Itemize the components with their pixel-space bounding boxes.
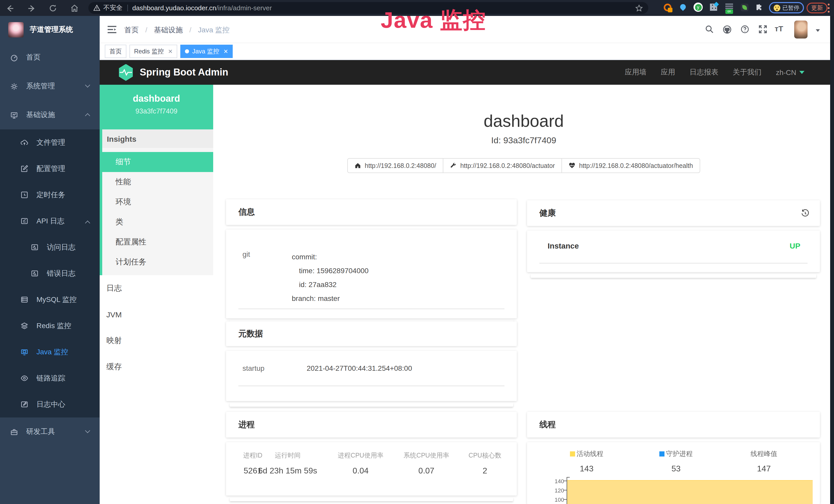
home-icon [354, 162, 361, 169]
extension-leaf-icon[interactable] [741, 4, 748, 11]
heartbeat-icon [569, 162, 575, 169]
screen: 不安全 dashboard.yudao.iocoder.cn/infra/adm… [0, 0, 834, 504]
sba-nav-journal[interactable]: 日志报表 [690, 68, 719, 77]
url-host: dashboard.yudao.iocoder.cn [132, 4, 216, 12]
tab-home[interactable]: 首页 [105, 45, 126, 58]
close-icon[interactable]: ✕ [223, 48, 228, 55]
search-icon[interactable] [705, 25, 714, 34]
sidebar-item-config[interactable]: 配置管理 [0, 156, 100, 182]
sidebar-item-api-log[interactable]: API 日志 [0, 208, 100, 234]
history-icon[interactable] [801, 209, 810, 217]
link-actuator[interactable]: http://192.168.0.2:48080/actuator [443, 158, 562, 173]
app-logo[interactable]: 芋道管理系统 [0, 16, 100, 43]
sba-nav-about[interactable]: 关于我们 [733, 68, 762, 77]
update-button[interactable]: 更新 [807, 3, 828, 13]
extension-colorpicker-icon[interactable] [664, 4, 672, 11]
update-label: 更新 [811, 4, 823, 12]
card-process-body: 进程ID5261 运行时间6d 23h 15m 59s 进程CPU使用率0.04… [226, 442, 517, 496]
sba-language-select[interactable]: zh-CN [776, 68, 805, 76]
link-health[interactable]: http://192.168.0.2:48080/actuator/health [562, 158, 700, 173]
sidebar-item-access-log[interactable]: 访问日志 [0, 234, 100, 260]
sidebar-item-job[interactable]: 定时任务 [0, 182, 100, 208]
sidebar-item-system[interactable]: 系统管理 [0, 72, 100, 101]
sidebar-item-mysql[interactable]: MySQL 监控 [0, 287, 100, 313]
health-row[interactable]: Instance UP [527, 231, 820, 260]
forward-icon[interactable] [26, 3, 37, 14]
breadcrumb-infra[interactable]: 基础设施 [154, 26, 183, 34]
cpu-cores: CPU核心数2 [468, 451, 501, 476]
extension-y-icon[interactable]: y [694, 3, 703, 12]
address-bar[interactable]: 不安全 dashboard.yudao.iocoder.cn/infra/adm… [88, 2, 648, 14]
breadcrumb-home[interactable]: 首页 [124, 26, 139, 34]
home-icon[interactable] [69, 3, 80, 14]
extension-pin-icon[interactable] [680, 4, 686, 10]
user-caret-icon[interactable] [816, 29, 820, 34]
sidebar-item-home[interactable]: 首页 [0, 43, 100, 72]
scrollbar[interactable] [830, 16, 834, 504]
reload-icon[interactable] [47, 3, 59, 14]
sba-menu-mappings[interactable]: 映射 [100, 328, 213, 354]
sba-nav-wall[interactable]: 应用墙 [625, 68, 646, 77]
tab-redis[interactable]: Redis 监控✕ [129, 45, 177, 58]
sba-nav-applications[interactable]: 应用 [661, 68, 675, 77]
card-process: 进程 进程ID5261 运行时间6d 23h 15m 59s 进程CPU使用率0… [226, 412, 517, 501]
card-shadow [229, 497, 513, 501]
gear-icon [10, 83, 18, 90]
back-icon[interactable] [4, 3, 16, 14]
font-size-icon[interactable]: тT [775, 24, 783, 33]
sba-menu-scheduled-tasks[interactable]: 计划任务 [102, 252, 213, 272]
url-path: /infra/admin-server [216, 4, 272, 12]
sba-menu-logs[interactable]: 日志 [100, 275, 213, 301]
github-icon[interactable] [722, 25, 732, 35]
sidebar-item-log-center[interactable]: 日志中心 [0, 391, 100, 417]
threads-daemon: 守护进程 53 [659, 449, 693, 474]
chevron-down-icon [85, 83, 90, 88]
extension-list-icon[interactable]: on [725, 4, 733, 14]
sba-menu-metrics[interactable]: 性能 [102, 172, 213, 192]
sidebar-item-devtools[interactable]: 研发工具 [0, 417, 100, 446]
instance-id: 93a3fc7f7409 [100, 107, 213, 115]
toolbox-icon [10, 428, 18, 436]
sba-logo-icon[interactable] [118, 64, 134, 81]
card-metadata-header: 元数据 [226, 321, 517, 346]
sba-menu-caches[interactable]: 缓存 [100, 354, 213, 380]
sba-menu-insights[interactable]: Insights [102, 130, 213, 148]
browser-menu-icon[interactable]: ••• [827, 3, 831, 13]
sba-menu-environment[interactable]: 环境 [102, 192, 213, 212]
divider [238, 308, 504, 309]
info-value: commit: time: 1596289704000 id: 27aa832 … [292, 250, 369, 305]
instance-name: dashboard [100, 93, 213, 104]
active-dot [185, 49, 189, 53]
link-root[interactable]: http://192.168.0.2:48080/ [347, 158, 443, 173]
sba-instance-header[interactable]: dashboard 93a3fc7f7409 [100, 85, 213, 130]
sidebar-item-file[interactable]: 文件管理 [0, 130, 100, 156]
fullscreen-icon[interactable] [758, 25, 767, 34]
tab-java[interactable]: Java 监控✕ [180, 45, 233, 58]
upload-cloud-icon [21, 139, 28, 146]
sidebar-item-redis[interactable]: Redis 监控 [0, 313, 100, 339]
sba-menu-classes[interactable]: 类 [102, 212, 213, 232]
sba-menu-details[interactable]: 细节 [102, 152, 213, 172]
eye-icon [21, 374, 28, 382]
sba-menu-jvm[interactable]: JVM [100, 301, 213, 328]
sba-body: dashboard 93a3fc7f7409 Insights 细节 性能 环境… [100, 85, 834, 504]
log-icon [21, 217, 28, 225]
card-threads-body: 活动线程 143 守护进程 53 线程峰值 147 140 [527, 442, 820, 504]
hamburger-icon[interactable] [107, 25, 117, 34]
extensions-puzzle-icon[interactable] [755, 4, 763, 12]
sidebar-item-java[interactable]: Java 监控 [0, 339, 100, 365]
extension-grid-icon[interactable] [710, 4, 717, 11]
paused-badge[interactable]: 已暂停 [769, 2, 804, 13]
sba-menu-config-props[interactable]: 配置属性 [102, 232, 213, 252]
sidebar-item-infrastructure[interactable]: 基础设施 [0, 101, 100, 130]
sidebar-item-trace[interactable]: 链路追踪 [0, 365, 100, 391]
sba-navbar: Spring Boot Admin 应用墙 应用 日志报表 关于我们 zh-CN [100, 60, 834, 85]
sba-brand[interactable]: Spring Boot Admin [140, 67, 228, 78]
legend-blue-swatch [659, 451, 664, 457]
help-icon[interactable] [740, 25, 749, 34]
avatar[interactable] [794, 21, 808, 39]
annotation-text: Java 监控 [381, 5, 486, 36]
close-icon[interactable]: ✕ [168, 48, 173, 55]
bookmark-star-icon[interactable] [635, 4, 643, 12]
sidebar-item-error-log[interactable]: 错误日志 [0, 260, 100, 287]
